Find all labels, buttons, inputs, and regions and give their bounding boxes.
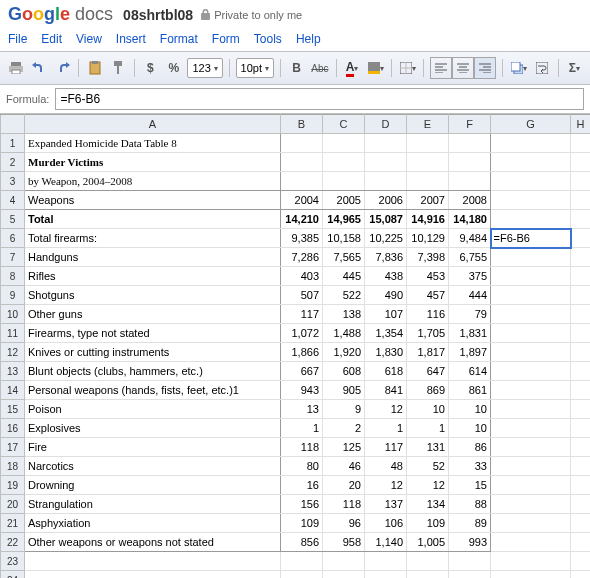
cell[interactable]: 9,385 [281,229,323,248]
cell[interactable]: 608 [323,362,365,381]
cell[interactable] [491,324,571,343]
cell[interactable] [571,343,591,362]
row-header[interactable]: 10 [1,305,25,324]
col-header[interactable]: B [281,115,323,134]
cell[interactable]: 444 [449,286,491,305]
cell[interactable]: 1,920 [323,343,365,362]
cell[interactable]: 1,140 [365,533,407,552]
cell[interactable] [407,153,449,172]
cell[interactable] [571,514,591,533]
cell[interactable]: 13 [281,400,323,419]
cell[interactable]: 841 [365,381,407,400]
cell[interactable]: 48 [365,457,407,476]
cell[interactable] [571,134,591,153]
cell[interactable] [491,476,571,495]
cell[interactable] [571,305,591,324]
row-header[interactable]: 3 [1,172,25,191]
cell[interactable] [323,153,365,172]
cell[interactable]: 138 [323,305,365,324]
cell[interactable] [323,552,365,571]
cell[interactable]: 16 [281,476,323,495]
cell[interactable] [491,571,571,579]
more-formats-dropdown[interactable]: 123▾ [187,58,222,78]
cell[interactable]: Other weapons or weapons not stated [25,533,281,552]
formula-input[interactable] [55,88,584,110]
cell[interactable] [571,571,591,579]
cell[interactable] [281,571,323,579]
cell[interactable] [323,134,365,153]
cell[interactable] [491,267,571,286]
row-header[interactable]: 4 [1,191,25,210]
col-header[interactable]: G [491,115,571,134]
cell[interactable]: 614 [449,362,491,381]
cell[interactable] [491,229,571,248]
cell[interactable]: Handguns [25,248,281,267]
print-button[interactable] [6,57,25,79]
cell[interactable] [491,134,571,153]
row-header[interactable]: 12 [1,343,25,362]
cell[interactable] [571,362,591,381]
cell[interactable]: 856 [281,533,323,552]
col-header[interactable]: A [25,115,281,134]
cell[interactable] [281,134,323,153]
cell[interactable]: 52 [407,457,449,476]
cell[interactable]: 10,158 [323,229,365,248]
borders-button[interactable]: ▾ [398,57,417,79]
cell[interactable]: 1 [407,419,449,438]
cell[interactable]: 96 [323,514,365,533]
cell[interactable] [491,248,571,267]
cell[interactable]: 80 [281,457,323,476]
row-header[interactable]: 17 [1,438,25,457]
cell[interactable]: 12 [407,476,449,495]
menu-format[interactable]: Format [160,32,198,46]
cell[interactable]: 106 [365,514,407,533]
row-header[interactable]: 8 [1,267,25,286]
cell[interactable]: 14,180 [449,210,491,229]
cell[interactable]: Strangulation [25,495,281,514]
cell[interactable] [571,533,591,552]
cell[interactable]: 453 [407,267,449,286]
cell[interactable] [491,305,571,324]
cell[interactable]: 15,087 [365,210,407,229]
cell[interactable]: 15 [449,476,491,495]
cell[interactable]: 117 [281,305,323,324]
row-header[interactable]: 22 [1,533,25,552]
cell[interactable]: 89 [449,514,491,533]
cell[interactable]: 86 [449,438,491,457]
menu-insert[interactable]: Insert [116,32,146,46]
cell[interactable]: 1 [365,419,407,438]
menu-edit[interactable]: Edit [41,32,62,46]
cell[interactable] [407,134,449,153]
cell[interactable]: Personal weapons (hands, fists, feet, et… [25,381,281,400]
cell[interactable] [491,381,571,400]
menu-form[interactable]: Form [212,32,240,46]
cell[interactable]: 375 [449,267,491,286]
cell[interactable]: Total firearms: [25,229,281,248]
cell[interactable] [491,362,571,381]
cell[interactable] [281,153,323,172]
cell[interactable]: 618 [365,362,407,381]
cell[interactable]: 647 [407,362,449,381]
cell[interactable]: 1,005 [407,533,449,552]
wrap-button[interactable] [532,57,551,79]
document-name[interactable]: 08shrtbl08 [123,7,193,23]
row-header[interactable]: 14 [1,381,25,400]
row-header[interactable]: 20 [1,495,25,514]
cell[interactable] [491,495,571,514]
cell[interactable] [571,495,591,514]
row-header[interactable]: 11 [1,324,25,343]
row-header[interactable]: 2 [1,153,25,172]
cell[interactable]: 131 [407,438,449,457]
cell[interactable]: 10 [449,419,491,438]
cell[interactable]: 10 [407,400,449,419]
row-header[interactable]: 6 [1,229,25,248]
cell[interactable]: 12 [365,400,407,419]
cell[interactable]: 46 [323,457,365,476]
cell[interactable] [491,419,571,438]
cell[interactable] [449,552,491,571]
cell[interactable] [491,552,571,571]
cell[interactable]: 2 [323,419,365,438]
cell[interactable]: Other guns [25,305,281,324]
menu-view[interactable]: View [76,32,102,46]
cell[interactable] [571,419,591,438]
